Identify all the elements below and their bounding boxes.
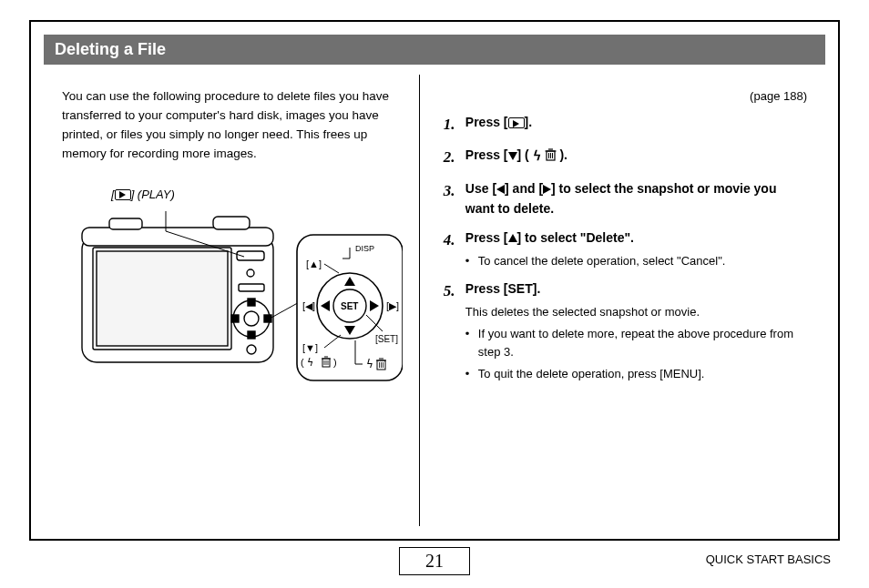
section-header: Deleting a File — [44, 35, 825, 65]
svg-text:ϟ: ϟ — [366, 358, 373, 370]
step-5-bullet-2: • To quit the delete operation, press [M… — [465, 365, 807, 383]
content-columns: You can use the following procedure to d… — [44, 75, 825, 526]
step-4-title: Press [] to select "Delete". — [465, 230, 634, 245]
svg-text:[▲]: [▲] — [306, 259, 322, 269]
svg-rect-1 — [82, 228, 273, 246]
step-5-title: Press [SET]. — [465, 281, 540, 296]
svg-rect-3 — [213, 217, 250, 229]
step-2-title: Press [] ( ϟ ). — [465, 147, 567, 162]
svg-text:): ) — [333, 357, 337, 368]
camera-illustration: DISP [▲] SET [◀] — [66, 208, 403, 390]
svg-point-15 — [247, 345, 256, 354]
illustration-label: [] (PLAY) — [111, 186, 401, 204]
disp-label: DISP — [355, 244, 374, 253]
up-arrow-icon — [508, 234, 517, 242]
left-column: You can use the following procedure to d… — [44, 75, 419, 526]
step-5: 5. Press [SET]. This deletes the selecte… — [444, 279, 807, 383]
step-2: 2. Press [] ( ϟ ). — [444, 146, 807, 169]
svg-rect-2 — [109, 218, 142, 229]
step-num: 4. — [444, 228, 465, 270]
svg-point-7 — [247, 269, 254, 277]
section-title: Deleting a File — [55, 40, 166, 58]
step-4-bullet: • To cancel the delete operation, select… — [465, 252, 807, 270]
step-3-title: Use [] and [] to select the snapshot or … — [465, 181, 777, 216]
svg-text:SET: SET — [341, 301, 358, 311]
svg-point-10 — [244, 311, 259, 326]
step-3: 3. Use [] and [] to select the snapshot … — [444, 179, 807, 219]
step-num: 2. — [444, 146, 465, 169]
page-number: 21 — [399, 547, 470, 575]
page-frame: Deleting a File You can use the followin… — [29, 20, 840, 541]
svg-rect-8 — [239, 284, 264, 291]
down-arrow-icon — [508, 152, 517, 160]
svg-rect-13 — [231, 315, 239, 322]
svg-text:[SET]: [SET] — [375, 334, 398, 344]
svg-rect-12 — [248, 331, 255, 339]
footer-section: QUICK START BASICS — [706, 553, 831, 566]
step-num: 5. — [444, 279, 465, 383]
step-5-bullet-1: • If you want to delete more, repeat the… — [465, 325, 807, 361]
step-4: 4. Press [] to select "Delete". • To can… — [444, 228, 807, 270]
step-5-sub: This deletes the selected snapshot or mo… — [465, 303, 807, 321]
step-1: 1. Press []. — [444, 113, 807, 137]
trash-icon — [545, 147, 557, 162]
left-arrow-icon — [496, 185, 505, 194]
svg-text:( ϟ: ( ϟ — [301, 357, 313, 368]
flash-icon: ϟ — [533, 147, 541, 167]
step-num: 3. — [444, 179, 465, 219]
page-reference: (page 188) — [444, 87, 807, 106]
play-icon — [115, 189, 131, 200]
right-arrow-icon — [543, 185, 551, 194]
play-icon — [508, 117, 525, 128]
right-column: (page 188) 1. Press []. 2. Press [] ( ϟ … — [420, 75, 825, 526]
svg-rect-5 — [97, 251, 228, 346]
svg-rect-11 — [248, 299, 255, 306]
intro-text: You can use the following procedure to d… — [62, 87, 401, 164]
step-num: 1. — [444, 113, 465, 137]
svg-text:[▶]: [▶] — [386, 300, 399, 311]
step-1-title: Press []. — [465, 115, 532, 129]
svg-text:[◀]: [◀] — [302, 300, 315, 311]
svg-text:[▼]: [▼] — [302, 342, 318, 353]
